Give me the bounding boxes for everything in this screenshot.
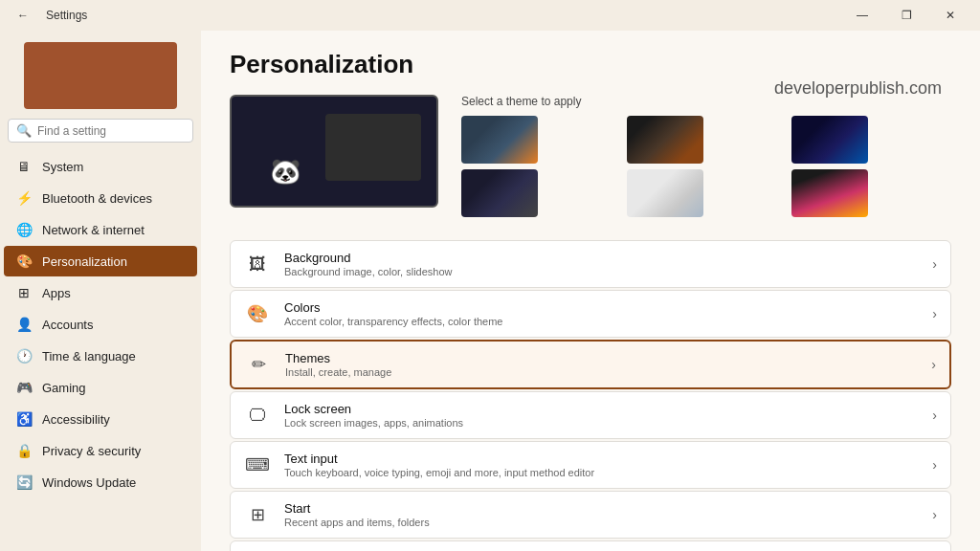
text-input-text: Text input Touch keyboard, voice typing,… <box>284 452 919 478</box>
search-box[interactable]: 🔍 <box>8 119 193 143</box>
theme-option-4[interactable] <box>461 169 538 217</box>
sidebar-item-system[interactable]: 🖥 System <box>4 151 197 182</box>
theme-grid-section: Select a theme to apply <box>461 95 951 217</box>
colors-chevron: › <box>932 306 937 321</box>
main-panel: Personalization 🐼 Select a theme to appl… <box>201 31 980 551</box>
themes-subtitle: Install, create, manage <box>285 366 918 378</box>
start-text: Start Recent apps and items, folders <box>284 501 919 528</box>
themes-title: Themes <box>285 351 918 365</box>
theme-option-1[interactable] <box>461 116 538 164</box>
text-input-icon: ⌨ <box>244 452 271 478</box>
theme-section: 🐼 Select a theme to apply <box>230 95 951 217</box>
theme-preview: 🐼 <box>230 95 438 208</box>
page-title: Personalization <box>230 50 951 79</box>
app-container: 🔍 🖥 System ⚡ Bluetooth & devices 🌐 Netwo… <box>0 31 980 551</box>
nav-list: 🖥 System ⚡ Bluetooth & devices 🌐 Network… <box>0 150 201 498</box>
lock-screen-text: Lock screen Lock screen images, apps, an… <box>284 402 919 429</box>
accounts-icon: 👤 <box>15 317 33 332</box>
lock-screen-title: Lock screen <box>284 402 919 416</box>
background-title: Background <box>284 251 919 265</box>
watermark: developerpublish.com <box>774 78 942 99</box>
themes-chevron: › <box>931 357 936 372</box>
sidebar-item-bluetooth[interactable]: ⚡ Bluetooth & devices <box>4 183 197 213</box>
lock-screen-subtitle: Lock screen images, apps, animations <box>284 417 919 429</box>
sidebar-item-label: Windows Update <box>42 475 136 490</box>
settings-list: 🖼 Background Background image, color, sl… <box>230 240 951 551</box>
sidebar-item-apps[interactable]: ⊞ Apps <box>4 277 197 308</box>
back-button[interactable]: ← <box>8 0 38 31</box>
sidebar-item-label: Personalization <box>42 254 127 269</box>
settings-item-background[interactable]: 🖼 Background Background image, color, sl… <box>230 240 951 288</box>
sidebar-item-accessibility[interactable]: ♿ Accessibility <box>4 404 197 434</box>
themes-text: Themes Install, create, manage <box>285 351 918 378</box>
sidebar-item-network[interactable]: 🌐 Network & internet <box>4 214 197 245</box>
preview-character: 🐼 <box>270 157 301 187</box>
settings-item-taskbar[interactable]: ▬ Taskbar Taskbar behaviors, system pins… <box>230 540 951 551</box>
settings-item-lock-screen[interactable]: 🖵 Lock screen Lock screen images, apps, … <box>230 391 951 439</box>
window-title: Settings <box>46 9 87 22</box>
system-icon: 🖥 <box>15 159 33 174</box>
sidebar-item-label: Time & language <box>42 349 136 364</box>
privacy-icon: 🔒 <box>15 443 33 458</box>
theme-option-6[interactable] <box>791 169 868 217</box>
search-input[interactable] <box>37 124 185 138</box>
sidebar-item-label: Bluetooth & devices <box>42 191 152 206</box>
sidebar-item-label: Gaming <box>42 381 86 395</box>
main-wrapper: developerpublish.com Personalization 🐼 S… <box>201 31 980 551</box>
start-icon: ⊞ <box>244 501 271 528</box>
sidebar-item-label: Network & internet <box>42 223 145 237</box>
start-chevron: › <box>932 507 937 522</box>
bluetooth-icon: ⚡ <box>15 190 33 206</box>
network-icon: 🌐 <box>15 222 33 237</box>
text-input-title: Text input <box>284 452 919 466</box>
settings-item-start[interactable]: ⊞ Start Recent apps and items, folders › <box>230 491 951 539</box>
gaming-icon: 🎮 <box>15 380 33 395</box>
lock-screen-icon: 🖵 <box>244 402 271 429</box>
theme-grid <box>461 116 951 217</box>
sidebar-item-label: Privacy & security <box>42 444 141 458</box>
background-text: Background Background image, color, slid… <box>284 251 919 277</box>
theme-option-2[interactable] <box>627 116 703 164</box>
settings-item-text-input[interactable]: ⌨ Text input Touch keyboard, voice typin… <box>230 441 951 489</box>
text-input-subtitle: Touch keyboard, voice typing, emoji and … <box>284 467 919 478</box>
titlebar: ← Settings — ❐ ✕ <box>0 0 980 31</box>
search-icon: 🔍 <box>16 123 32 138</box>
colors-subtitle: Accent color, transparency effects, colo… <box>284 316 919 327</box>
start-subtitle: Recent apps and items, folders <box>284 517 919 528</box>
colors-text: Colors Accent color, transparency effect… <box>284 300 919 327</box>
themes-icon: ✏ <box>245 351 272 378</box>
sidebar-item-label: System <box>42 160 83 174</box>
titlebar-left: ← Settings <box>8 0 87 31</box>
background-subtitle: Background image, color, slideshow <box>284 266 919 277</box>
lock-screen-chevron: › <box>932 408 937 423</box>
colors-icon: 🎨 <box>244 300 271 327</box>
sidebar-item-accounts[interactable]: 👤 Accounts <box>4 309 197 340</box>
window-controls: — ❐ ✕ <box>840 0 972 31</box>
sidebar-item-time[interactable]: 🕐 Time & language <box>4 341 197 371</box>
sidebar-item-gaming[interactable]: 🎮 Gaming <box>4 372 197 403</box>
settings-item-themes[interactable]: ✏ Themes Install, create, manage › <box>230 340 951 389</box>
settings-item-colors[interactable]: 🎨 Colors Accent color, transparency effe… <box>230 290 951 338</box>
preview-window <box>325 114 421 181</box>
sidebar-item-privacy[interactable]: 🔒 Privacy & security <box>4 435 197 466</box>
text-input-chevron: › <box>932 457 937 473</box>
background-icon: 🖼 <box>244 251 271 277</box>
sidebar: 🔍 🖥 System ⚡ Bluetooth & devices 🌐 Netwo… <box>0 31 201 551</box>
theme-option-5[interactable] <box>627 169 703 217</box>
windows-update-icon: 🔄 <box>15 474 33 490</box>
sidebar-item-label: Apps <box>42 286 71 300</box>
sidebar-item-personalization[interactable]: 🎨 Personalization <box>4 246 197 276</box>
personalization-icon: 🎨 <box>15 253 33 269</box>
sidebar-item-windows-update[interactable]: 🔄 Windows Update <box>4 467 197 497</box>
time-icon: 🕐 <box>15 348 33 364</box>
apps-icon: ⊞ <box>15 285 33 300</box>
theme-option-3[interactable] <box>791 116 868 164</box>
start-title: Start <box>284 501 919 516</box>
background-chevron: › <box>932 256 937 272</box>
minimize-button[interactable]: — <box>840 0 884 31</box>
close-button[interactable]: ✕ <box>928 0 972 31</box>
restore-button[interactable]: ❐ <box>884 0 928 31</box>
accessibility-icon: ♿ <box>15 411 33 427</box>
sidebar-item-label: Accessibility <box>42 412 110 427</box>
sidebar-item-label: Accounts <box>42 318 93 332</box>
